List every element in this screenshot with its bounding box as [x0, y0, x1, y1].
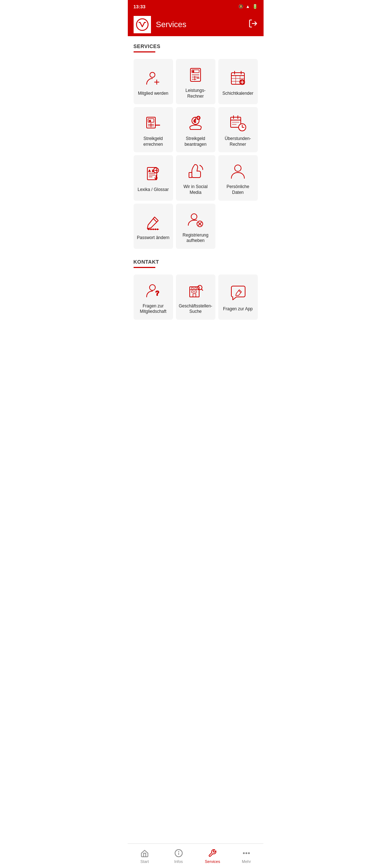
- calendar-clock-icon: [228, 114, 247, 132]
- card-leistungs-rechner[interactable]: € Leistungs-Rechner: [176, 59, 215, 104]
- svg-rect-76: [192, 291, 193, 293]
- status-bar: 13:33 🔕 ▲ 🔋: [128, 0, 264, 13]
- card-persoenliche-daten[interactable]: Persönliche Daten: [218, 155, 258, 200]
- svg-text:€: €: [149, 119, 151, 123]
- services-grid-2: Passwort ändern Registrierung aufheben: [134, 204, 258, 249]
- bottom-nav: Start Infos Services Mehr: [128, 843, 264, 868]
- bell-slash-icon: 🔕: [238, 4, 244, 9]
- wifi-icon: ▲: [246, 4, 250, 9]
- chat-edit-icon: [228, 284, 247, 303]
- card-label: Streikgeld beantragen: [179, 136, 213, 147]
- card-label: Überstunden-Rechner: [221, 136, 255, 147]
- svg-text:€: €: [193, 70, 194, 73]
- card-label: Fragen zur App: [223, 306, 253, 312]
- svg-point-62: [151, 229, 152, 230]
- logout-icon[interactable]: [248, 19, 258, 30]
- svg-point-63: [153, 229, 154, 230]
- card-streikgeld-errechnen[interactable]: € Streikgeld errechnen: [134, 107, 173, 152]
- nav-start[interactable]: Start: [128, 846, 162, 867]
- card-label: Fragen zur Mitgliedschaft: [136, 303, 170, 315]
- header: Services: [128, 13, 264, 36]
- card-fragen-app[interactable]: Fragen zur App: [218, 275, 258, 320]
- person-add-icon: [144, 68, 163, 87]
- person-remove-icon: [186, 210, 205, 229]
- svg-rect-74: [192, 288, 193, 289]
- calculator-icon: €: [186, 65, 205, 84]
- more-icon: [242, 848, 251, 858]
- svg-point-85: [243, 852, 244, 854]
- status-time: 13:33: [134, 4, 146, 9]
- svg-point-58: [235, 165, 241, 171]
- svg-line-80: [201, 289, 203, 290]
- page-title: Services: [156, 20, 248, 29]
- info-icon: [174, 848, 183, 858]
- card-wir-social-media[interactable]: Wir in Social Media: [176, 155, 215, 200]
- svg-point-66: [191, 214, 197, 220]
- svg-point-70: [150, 285, 155, 290]
- main-content: SERVICES Mitglied werden €: [128, 36, 264, 352]
- nav-infos[interactable]: Infos: [161, 846, 196, 867]
- empty-cell: [218, 204, 258, 249]
- services-grid: Mitglied werden € Leistungs-Rechner: [134, 59, 258, 201]
- kontakt-heading: KONTAKT: [134, 259, 258, 265]
- card-label: Mitglied werden: [138, 91, 168, 97]
- card-label: Registrierung aufheben: [179, 233, 213, 244]
- svg-rect-0: [135, 17, 150, 32]
- card-geschaeftsstellen-suche[interactable]: Geschäfts­stellen-Suche: [176, 275, 215, 320]
- services-divider: [134, 51, 155, 52]
- card-registrierung-aufheben[interactable]: Registrierung aufheben: [176, 204, 215, 249]
- kontakt-grid: ? Fragen zur Mitgliedschaft: [134, 275, 258, 320]
- card-lexika-glossar[interactable]: A Z Lexika / Glossar: [134, 155, 173, 200]
- svg-rect-78: [193, 294, 196, 297]
- building-search-icon: [186, 281, 205, 300]
- card-mitglied-werden[interactable]: Mitglied werden: [134, 59, 173, 104]
- svg-point-65: [157, 229, 158, 230]
- person-icon: [228, 162, 247, 180]
- services-heading: SERVICES: [134, 43, 258, 49]
- wrench-icon: [208, 848, 217, 858]
- svg-rect-57: [189, 173, 192, 178]
- calendar-add-icon: [228, 68, 247, 87]
- glossar-icon: A Z: [144, 165, 163, 183]
- svg-rect-75: [195, 288, 197, 289]
- nav-start-label: Start: [140, 859, 149, 864]
- person-question-icon: ?: [144, 281, 163, 300]
- nav-services[interactable]: Services: [196, 846, 230, 867]
- nav-services-label: Services: [205, 859, 220, 864]
- money-hand-icon: €: [186, 114, 205, 132]
- card-schichtkalender[interactable]: Schichtkalender: [218, 59, 258, 104]
- svg-text:A: A: [148, 169, 151, 173]
- card-ueberstunden-rechner[interactable]: Überstunden-Rechner: [218, 107, 258, 152]
- nav-infos-label: Infos: [174, 859, 183, 864]
- card-label: Streikgeld errechnen: [136, 136, 170, 147]
- money-calc-icon: €: [144, 114, 163, 132]
- svg-rect-77: [195, 291, 197, 293]
- card-label: Passwort ändern: [137, 235, 169, 241]
- password-icon: [144, 213, 163, 231]
- home-icon: [140, 848, 149, 858]
- svg-point-3: [150, 72, 155, 77]
- status-icons: 🔕 ▲ 🔋: [238, 4, 258, 9]
- kontakt-divider: [134, 267, 155, 268]
- nav-mehr[interactable]: Mehr: [230, 846, 264, 867]
- svg-text:?: ?: [155, 290, 159, 297]
- battery-icon: 🔋: [252, 4, 258, 9]
- card-label: Schichtkalender: [222, 91, 253, 97]
- card-passwort-aendern[interactable]: Passwort ändern: [134, 204, 173, 249]
- svg-point-87: [248, 852, 249, 854]
- card-streikgeld-beantragen[interactable]: € Streikgeld beantragen: [176, 107, 215, 152]
- card-label: Persönliche Daten: [221, 184, 255, 195]
- card-label: Geschäfts­stellen-Suche: [179, 303, 213, 315]
- thumbsup-icon: [186, 162, 205, 180]
- kontakt-section: KONTAKT ? Fragen zur Mitgliedschaft: [134, 259, 258, 320]
- card-label: Wir in Social Media: [179, 184, 213, 195]
- card-label: Leistungs-Rechner: [179, 88, 213, 99]
- svg-point-61: [148, 229, 150, 230]
- svg-point-64: [155, 229, 156, 230]
- nav-mehr-label: Mehr: [242, 859, 251, 864]
- card-label: Lexika / Glossar: [138, 187, 169, 193]
- app-logo: [134, 16, 151, 33]
- card-fragen-mitgliedschaft[interactable]: ? Fragen zur Mitgliedschaft: [134, 275, 173, 320]
- svg-point-86: [246, 852, 247, 854]
